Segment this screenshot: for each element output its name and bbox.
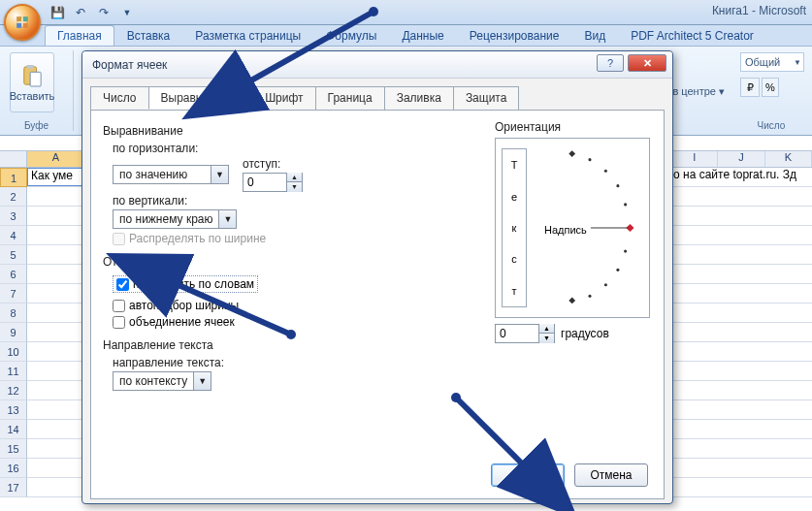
svg-rect-8 bbox=[568, 150, 575, 157]
dialog-panel: Выравнивание по горизонтали: по значению… bbox=[90, 110, 665, 499]
svg-rect-7 bbox=[30, 72, 41, 86]
indent-input[interactable] bbox=[244, 174, 286, 191]
ribbon-tab-review[interactable]: Рецензирование bbox=[457, 25, 572, 46]
shrink-to-fit-input[interactable] bbox=[113, 300, 125, 312]
justify-distributed-input bbox=[113, 233, 125, 245]
tab-protection[interactable]: Защита bbox=[453, 86, 520, 110]
svg-rect-4 bbox=[23, 23, 28, 28]
title-bar: 💾 ↶ ↷ ▼ Книга1 - Microsoft bbox=[0, 0, 812, 25]
cancel-button[interactable]: Отмена bbox=[574, 463, 648, 487]
svg-point-9 bbox=[588, 158, 591, 161]
row-header[interactable]: 12 bbox=[0, 381, 27, 400]
tab-alignment[interactable]: Выравнивание bbox=[148, 86, 254, 110]
svg-point-17 bbox=[588, 295, 591, 298]
row-header[interactable]: 7 bbox=[0, 284, 27, 303]
textdir-value: по контексту bbox=[114, 374, 193, 388]
svg-point-15 bbox=[616, 269, 619, 271]
col-header-j[interactable]: J bbox=[718, 151, 764, 167]
office-button[interactable] bbox=[4, 4, 41, 41]
row-header[interactable]: 9 bbox=[0, 323, 27, 342]
tab-font[interactable]: Шрифт bbox=[252, 86, 315, 110]
col-header-k[interactable]: K bbox=[765, 151, 812, 167]
spinner-up-icon[interactable]: ▲ bbox=[538, 324, 554, 334]
row-header-1[interactable]: 1 bbox=[0, 168, 27, 187]
orientation-dial[interactable] bbox=[538, 146, 641, 309]
paste-label: Вставить bbox=[10, 90, 55, 102]
h-align-value: по значению bbox=[114, 168, 211, 181]
svg-rect-2 bbox=[23, 16, 28, 21]
svg-point-16 bbox=[604, 283, 607, 286]
ribbon-tab-data[interactable]: Данные bbox=[389, 25, 456, 46]
qat-customize-icon[interactable]: ▼ bbox=[118, 4, 136, 21]
orientation-degrees-label: градусов bbox=[561, 327, 609, 340]
dialog-help-button[interactable]: ? bbox=[597, 54, 624, 72]
indent-label: отступ: bbox=[243, 157, 303, 171]
dialog-tabs: Число Выравнивание Шрифт Граница Заливка… bbox=[82, 79, 672, 110]
number-format-combo[interactable]: Общий▼ bbox=[740, 52, 804, 72]
paste-button[interactable]: Вставить bbox=[10, 52, 54, 112]
orientation-degrees-input[interactable] bbox=[496, 325, 538, 342]
save-icon[interactable]: 💾 bbox=[49, 4, 66, 21]
row-header[interactable]: 13 bbox=[0, 400, 27, 420]
sheet-right-fragment: I J K о на сайте toprat.ru. Зд bbox=[671, 150, 812, 497]
orientation-vertical-text[interactable]: Текст bbox=[502, 148, 527, 307]
quick-access-toolbar: 💾 ↶ ↷ ▼ bbox=[49, 0, 136, 24]
col-header-a[interactable]: A bbox=[27, 151, 85, 167]
row-header[interactable]: 15 bbox=[0, 439, 27, 459]
row-header[interactable]: 8 bbox=[0, 303, 27, 323]
spinner-up-icon[interactable]: ▲ bbox=[286, 173, 302, 182]
ribbon-tab-insert[interactable]: Вставка bbox=[114, 25, 183, 46]
tab-number[interactable]: Число bbox=[90, 86, 149, 110]
chevron-down-icon[interactable]: ▼ bbox=[218, 210, 236, 228]
spinner-down-icon[interactable]: ▼ bbox=[286, 182, 302, 192]
svg-rect-1 bbox=[16, 16, 21, 21]
dialog-titlebar[interactable]: Формат ячеек ? ✕ bbox=[82, 51, 672, 79]
svg-point-12 bbox=[624, 203, 627, 206]
row-header[interactable]: 3 bbox=[0, 207, 27, 226]
chevron-down-icon[interactable]: ▼ bbox=[211, 166, 228, 183]
ribbon-tab-home[interactable]: Главная bbox=[45, 25, 114, 46]
v-align-combo[interactable]: по нижнему краю ▼ bbox=[113, 209, 237, 229]
tab-fill[interactable]: Заливка bbox=[384, 86, 454, 110]
row-header[interactable]: 17 bbox=[0, 478, 27, 497]
tab-border[interactable]: Граница bbox=[315, 86, 385, 110]
row-header[interactable]: 2 bbox=[0, 187, 27, 207]
chevron-down-icon[interactable]: ▼ bbox=[193, 372, 211, 390]
h-align-combo[interactable]: по значению ▼ bbox=[113, 165, 229, 184]
row-header[interactable]: 6 bbox=[0, 265, 27, 284]
ribbon-tab-formulas[interactable]: Формулы bbox=[313, 25, 389, 46]
svg-point-11 bbox=[616, 184, 619, 187]
row-header[interactable]: 10 bbox=[0, 342, 27, 362]
redo-icon[interactable]: ↷ bbox=[95, 4, 113, 21]
row-header[interactable]: 5 bbox=[0, 245, 27, 265]
v-align-value: по нижнему краю bbox=[114, 212, 218, 226]
row-header[interactable]: 4 bbox=[0, 226, 27, 245]
accounting-format-icon[interactable]: ₽ bbox=[740, 78, 760, 97]
indent-spinner[interactable]: ▲▼ bbox=[243, 173, 303, 192]
cell-a1[interactable]: Как уме bbox=[27, 168, 85, 186]
row-header[interactable]: 11 bbox=[0, 362, 27, 381]
dialog-title: Формат ячеек bbox=[92, 58, 167, 72]
ribbon-tab-pagelayout[interactable]: Разметка страницы bbox=[182, 25, 313, 46]
cell-right-row1[interactable]: о на сайте toprat.ru. Зд bbox=[671, 168, 812, 187]
number-group-label: Число bbox=[734, 120, 808, 131]
orientation-section: Ориентация Текст Надпись bbox=[495, 116, 650, 343]
percent-format-icon[interactable]: % bbox=[762, 78, 779, 97]
row-header[interactable]: 14 bbox=[0, 420, 27, 439]
textdir-combo[interactable]: по контексту ▼ bbox=[113, 371, 211, 391]
row-header[interactable]: 16 bbox=[0, 459, 27, 478]
svg-point-10 bbox=[604, 170, 607, 173]
wrap-text-checkbox[interactable]: переносить по словам bbox=[113, 275, 258, 293]
ribbon-tab-pdf[interactable]: PDF Architect 5 Creator bbox=[618, 25, 766, 46]
ok-button[interactable]: ОК bbox=[491, 463, 565, 487]
wrap-text-input[interactable] bbox=[116, 278, 129, 291]
spinner-down-icon[interactable]: ▼ bbox=[538, 334, 554, 343]
undo-icon[interactable]: ↶ bbox=[72, 4, 89, 21]
orientation-degrees-spinner[interactable]: ▲▼ bbox=[495, 324, 555, 343]
ribbon-tab-view[interactable]: Вид bbox=[571, 25, 618, 46]
col-header-i[interactable]: I bbox=[671, 151, 718, 167]
merge-cells-input[interactable] bbox=[113, 316, 125, 329]
merge-center-fragment[interactable]: в центре ▾ bbox=[672, 85, 725, 98]
dialog-close-button[interactable]: ✕ bbox=[628, 54, 666, 72]
orientation-control[interactable]: Текст Надпись bbox=[495, 138, 650, 318]
